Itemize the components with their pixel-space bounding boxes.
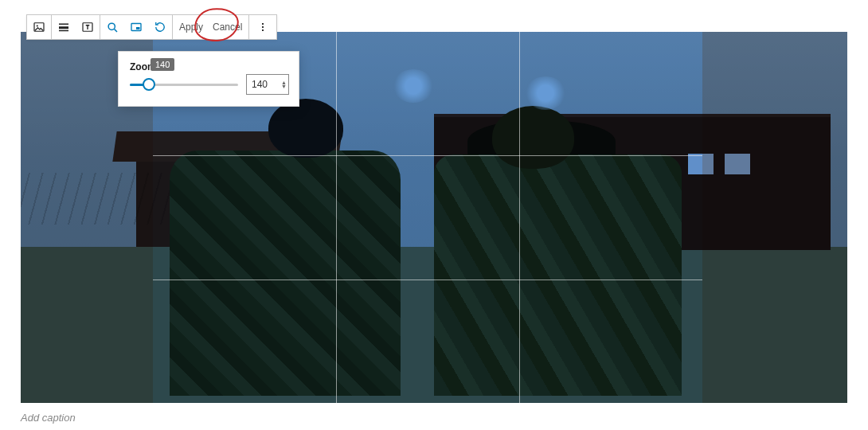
svg-point-6 bbox=[108, 23, 115, 29]
aspect-ratio-button[interactable] bbox=[124, 15, 148, 39]
zoom-slider-thumb[interactable] bbox=[143, 78, 155, 91]
crop-dim-right bbox=[702, 32, 847, 403]
spinner-icon[interactable]: ▲▼ bbox=[281, 80, 287, 88]
svg-rect-2 bbox=[59, 24, 68, 25]
more-options-button[interactable] bbox=[249, 15, 276, 39]
svg-point-11 bbox=[262, 29, 264, 31]
svg-point-1 bbox=[37, 25, 38, 26]
zoom-number-input[interactable]: 140 ▲▼ bbox=[246, 74, 289, 95]
rotate-button[interactable] bbox=[148, 15, 172, 39]
align-button[interactable] bbox=[52, 15, 76, 39]
zoom-popover: Zoom 140 140 ▲▼ bbox=[118, 51, 299, 107]
svg-point-9 bbox=[262, 23, 264, 25]
svg-rect-8 bbox=[136, 27, 140, 29]
apply-button[interactable]: Apply bbox=[179, 22, 203, 33]
zoom-tooltip: 140 bbox=[151, 58, 174, 71]
block-toolbar: Apply Cancel bbox=[26, 14, 277, 40]
apply-cancel-group: Apply Cancel bbox=[173, 15, 249, 39]
svg-rect-4 bbox=[59, 30, 68, 32]
zoom-slider[interactable] bbox=[130, 76, 238, 92]
editor-stage: Add caption Ap bbox=[0, 0, 868, 430]
svg-rect-3 bbox=[59, 26, 68, 29]
zoom-button[interactable] bbox=[100, 15, 124, 39]
zoom-number-value: 140 bbox=[252, 79, 268, 90]
text-overlay-button[interactable] bbox=[76, 15, 100, 39]
cancel-button[interactable]: Cancel bbox=[213, 22, 242, 33]
caption-input[interactable]: Add caption bbox=[21, 412, 76, 424]
image-block-icon[interactable] bbox=[27, 15, 51, 39]
svg-point-10 bbox=[262, 26, 264, 28]
